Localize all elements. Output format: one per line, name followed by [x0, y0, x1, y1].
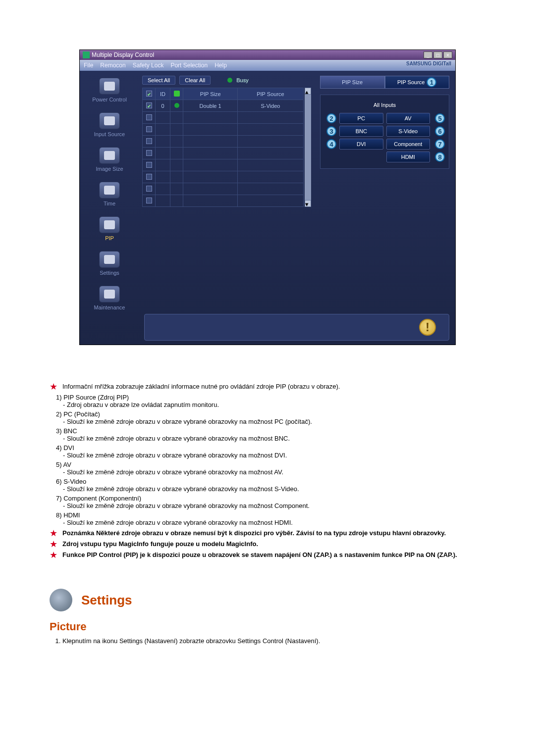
- table-row[interactable]: [143, 124, 304, 136]
- annotation-5: 5: [435, 113, 445, 123]
- table-row[interactable]: [143, 195, 304, 207]
- annotation-4: 4: [326, 139, 336, 149]
- sidebar-item-maintenance[interactable]: Maintenance: [84, 286, 135, 310]
- list-item: 7) Component (Komponentní)- Slouží ke zm…: [56, 495, 485, 509]
- sidebar-item-time[interactable]: Time: [84, 182, 135, 206]
- select-all-button[interactable]: Select All: [142, 76, 175, 85]
- all-inputs-title: All Inputs: [324, 99, 445, 111]
- gear-icon: [50, 589, 72, 611]
- menu-safetylock[interactable]: Safety Lock: [133, 62, 164, 69]
- star-icon: ★: [50, 551, 57, 559]
- grid-scrollbar[interactable]: ▴ ▾: [305, 88, 311, 207]
- col-pipsize[interactable]: PIP Size: [183, 88, 238, 100]
- row-checkbox[interactable]: [146, 126, 152, 132]
- col-status[interactable]: [170, 88, 183, 100]
- annotation-2: 2: [326, 113, 336, 123]
- menu-remocon[interactable]: Remocon: [100, 62, 125, 69]
- col-checkbox[interactable]: [143, 88, 156, 100]
- sidebar: Power Control Input Source Image Size Ti…: [80, 71, 139, 317]
- list-item: 2) PC (Počítač)- Slouží ke změně zdroje …: [56, 410, 485, 425]
- annotation-6: 6: [435, 126, 445, 136]
- pip-source-bnc-button[interactable]: BNC: [339, 126, 383, 137]
- annotation-7: 7: [435, 139, 445, 149]
- tab-pip-source[interactable]: PIP Source1: [385, 76, 450, 89]
- row-checkbox[interactable]: [146, 150, 152, 156]
- table-row[interactable]: [143, 171, 304, 183]
- pip-source-pc-button[interactable]: PC: [339, 113, 383, 124]
- star-note-1: Poznámka Některé zdroje obrazu v obraze …: [62, 529, 446, 537]
- list-item: 4) DVI- Slouží ke změně zdroje obrazu v …: [56, 444, 485, 459]
- pip-icon: [99, 216, 120, 233]
- star-note-2: Zdroj vstupu typu MagicInfo funguje pouz…: [62, 540, 258, 548]
- app-icon: [83, 51, 90, 58]
- list-item: 8) HDMI- Slouží ke změně zdroje obrazu v…: [56, 511, 485, 526]
- pip-source-dvi-button[interactable]: DVI: [339, 139, 383, 150]
- row-checkbox[interactable]: [146, 102, 152, 108]
- row-checkbox[interactable]: [146, 162, 152, 168]
- table-row[interactable]: [143, 159, 304, 171]
- table-row[interactable]: [143, 148, 304, 159]
- maximize-button[interactable]: □: [433, 51, 442, 58]
- list-item: 6) S-Video- Slouží ke změně zdroje obraz…: [56, 478, 485, 493]
- row-checkbox[interactable]: [146, 174, 152, 180]
- list-item: 1) PIP Source (Zdroj PIP)- Zdroj obrazu …: [56, 394, 485, 408]
- display-grid: ID PIP Size PIP Source 0Double 1S-Video: [142, 88, 304, 207]
- section-title-settings: Settings: [81, 593, 132, 608]
- app-window: Multiple Display Control _ □ × File Remo…: [79, 50, 456, 345]
- titlebar: Multiple Display Control _ □ ×: [80, 50, 455, 60]
- status-dot-icon: [174, 103, 179, 108]
- annotation-3: 3: [326, 126, 336, 136]
- image-size-icon: [99, 147, 120, 164]
- col-pipsource[interactable]: PIP Source: [238, 88, 303, 100]
- pip-source-component-button[interactable]: Component: [386, 139, 430, 150]
- scroll-down-button[interactable]: ▾: [305, 200, 311, 207]
- busy-label: Busy: [236, 77, 248, 83]
- info-grid-note: Informační mřížka zobrazuje základní inf…: [62, 383, 340, 391]
- close-button[interactable]: ×: [443, 51, 452, 58]
- star-icon: ★: [50, 529, 57, 537]
- alert-icon: !: [419, 319, 436, 336]
- sidebar-item-pip[interactable]: PIP: [84, 216, 135, 241]
- scroll-up-button[interactable]: ▴: [305, 88, 311, 95]
- table-row[interactable]: [143, 183, 304, 195]
- step-1: Klepnutím na ikonu Settings (Nastavení) …: [62, 637, 485, 645]
- menu-file[interactable]: File: [84, 62, 93, 69]
- tab-pip-size[interactable]: PIP Size: [320, 76, 385, 89]
- star-note-3: Funkce PIP Control (PIP) je k dispozici …: [62, 551, 457, 559]
- settings-icon: [99, 251, 120, 268]
- sidebar-item-power[interactable]: Power Control: [84, 78, 135, 102]
- list-item: 5) AV- Slouží ke změně zdroje obrazu v o…: [56, 461, 485, 476]
- bottom-status-panel: !: [144, 314, 449, 341]
- pip-source-hdmi-button[interactable]: HDMI: [386, 151, 430, 162]
- power-icon: [99, 78, 120, 95]
- sidebar-item-imagesize[interactable]: Image Size: [84, 147, 135, 172]
- star-icon: ★: [50, 540, 57, 548]
- menu-portselection[interactable]: Port Selection: [170, 62, 208, 69]
- row-checkbox[interactable]: [146, 114, 152, 120]
- pip-source-av-button[interactable]: AV: [386, 113, 430, 124]
- annotation-8: 8: [435, 152, 445, 162]
- table-row[interactable]: 0Double 1S-Video: [143, 100, 304, 112]
- busy-indicator-icon: [227, 78, 232, 83]
- minimize-button[interactable]: _: [424, 51, 432, 58]
- sub-title-picture: Picture: [50, 620, 485, 633]
- row-checkbox[interactable]: [146, 138, 152, 144]
- row-checkbox[interactable]: [146, 186, 152, 192]
- sidebar-item-settings[interactable]: Settings: [84, 251, 135, 276]
- col-id[interactable]: ID: [156, 88, 170, 100]
- menubar: File Remocon Safety Lock Port Selection …: [80, 60, 455, 71]
- list-item: 3) BNC- Slouží ke změně zdroje obrazu v …: [56, 427, 485, 442]
- pip-source-svideo-button[interactable]: S-Video: [386, 126, 430, 137]
- row-checkbox[interactable]: [146, 198, 152, 203]
- clear-all-button[interactable]: Clear All: [179, 76, 211, 85]
- maintenance-icon: [99, 286, 120, 302]
- table-row[interactable]: [143, 112, 304, 124]
- annotation-1: 1: [427, 77, 436, 87]
- star-icon: ★: [50, 383, 57, 391]
- menu-help[interactable]: Help: [214, 62, 227, 69]
- window-title: Multiple Display Control: [92, 51, 154, 58]
- sidebar-item-input[interactable]: Input Source: [84, 112, 135, 137]
- time-icon: [99, 182, 120, 199]
- brand-label: SAMSUNG DIGITall: [406, 61, 451, 66]
- table-row[interactable]: [143, 136, 304, 148]
